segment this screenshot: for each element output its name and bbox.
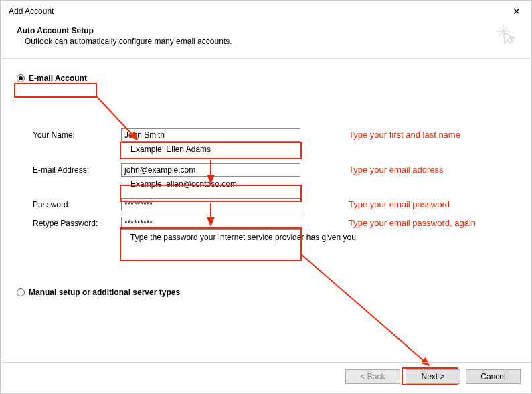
cancel-button[interactable]: Cancel bbox=[466, 369, 521, 384]
email-field[interactable] bbox=[121, 163, 300, 177]
retype-field[interactable]: ********* bbox=[121, 217, 300, 230]
header-subtitle: Outlook can automatically configure many… bbox=[17, 37, 515, 46]
radio-email-account[interactable]: E-mail Account bbox=[17, 74, 515, 83]
window-title: Add Account bbox=[9, 7, 54, 16]
header-title: Auto Account Setup bbox=[17, 26, 515, 35]
annotation-email: Type your email address bbox=[349, 165, 444, 175]
retype-value: ********* bbox=[124, 219, 153, 228]
back-button: < Back bbox=[345, 369, 400, 384]
row-password: Password: Type your email password bbox=[33, 198, 515, 211]
next-button[interactable]: Next > bbox=[406, 369, 460, 384]
email-example: Example: ellen@contoso.com bbox=[130, 179, 515, 189]
radio-manual-label: Manual setup or additional server types bbox=[29, 288, 180, 297]
annotation-password: Type your email password bbox=[349, 199, 450, 209]
name-example: Example: Ellen Adams bbox=[130, 144, 515, 154]
row-retype: Retype Password: ********* Type your ema… bbox=[33, 217, 515, 230]
row-email: E-mail Address: Type your email address bbox=[33, 163, 515, 177]
row-name: Your Name: Type your first and last name bbox=[33, 128, 515, 142]
header: Auto Account Setup Outlook can automatic… bbox=[1, 19, 531, 58]
titlebar: Add Account ✕ bbox=[1, 1, 531, 19]
name-field[interactable] bbox=[121, 128, 300, 142]
annotation-name: Type your first and last name bbox=[349, 130, 460, 140]
wizard-cursor-icon bbox=[495, 23, 517, 45]
radio-icon bbox=[17, 74, 25, 82]
radio-icon bbox=[17, 288, 25, 296]
footer: < Back Next > Cancel bbox=[1, 362, 531, 393]
name-label: Your Name: bbox=[33, 130, 121, 140]
radio-email-label: E-mail Account bbox=[29, 74, 87, 83]
annotation-retype: Type your email password, again bbox=[349, 218, 476, 228]
email-label: E-mail Address: bbox=[33, 165, 121, 175]
close-icon[interactable]: ✕ bbox=[510, 6, 523, 17]
content: E-mail Account Your Name: Type your firs… bbox=[1, 59, 531, 297]
form-area: Your Name: Type your first and last name… bbox=[17, 88, 515, 242]
password-field[interactable] bbox=[121, 198, 300, 211]
password-label: Password: bbox=[33, 200, 121, 209]
retype-label: Retype Password: bbox=[33, 219, 121, 228]
radio-manual-setup[interactable]: Manual setup or additional server types bbox=[17, 288, 515, 297]
text-caret bbox=[153, 219, 153, 227]
password-hint: Type the password your Internet service … bbox=[130, 233, 515, 242]
